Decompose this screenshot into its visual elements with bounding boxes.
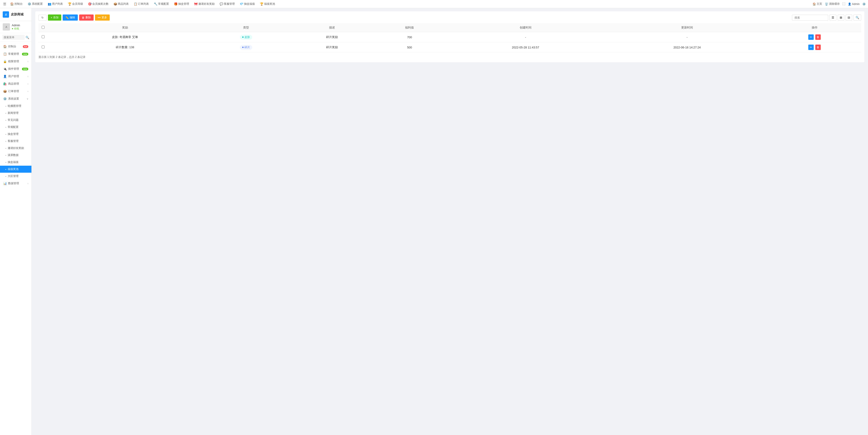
top-nav-right: 🏠 主页 🗑️ 清除缓存 ⛶ 👤 Admin ⚙️ [813,2,866,6]
top-nav: ☰ 🏠 控制台 ⚙️ 系统配置 👥 用户列表 🏆 会员等级 🎯 会员抽奖次数 📦… [0,0,868,8]
table-search-input[interactable] [792,15,828,21]
fullscreen-icon: ⛶ [842,2,845,6]
submenu-banner[interactable]: ▪ 轮播图管理 [0,103,31,110]
products-arrow-icon: › [28,83,28,85]
table-row: 皮肤: 奇遇舞章 艾琳 皮肤 碎片奖励 700 - - ✏ 🗑 [38,32,861,42]
nav-home[interactable]: 🏠 控制台 [8,2,24,6]
nav-member-draw[interactable]: 🎯 会员抽奖次数 [86,2,111,6]
nav-settings[interactable]: ⚙️ [862,2,866,6]
plugin-new-badge: new [22,68,28,70]
sidebar-item-users[interactable]: 👤 用户管理 › [0,72,31,80]
row-value: 700 [374,32,445,42]
nav-clear-cache[interactable]: 🗑️ 清除缓存 [825,2,840,6]
grid-view-button[interactable]: ⊞ [838,14,844,21]
products-icon: 🛍️ [3,82,7,86]
nav-lucky-box[interactable]: 🎁 抽盒管理 [172,2,191,6]
avatar: A [3,23,10,31]
home-link-icon: 🏠 [813,2,816,6]
submenu-scroll-data[interactable]: ▪ 滚屏数据 [0,152,31,158]
search-input[interactable] [2,35,25,40]
sidebar-item-permissions[interactable]: 🔒 权限管理 › [0,58,31,65]
row-updated-at: - [606,32,768,42]
sidebar: 皮 皮肤商城 A Admin ● 在线 🔍 🏠 控制台 hot [0,8,32,435]
row-checkbox[interactable] [38,42,48,53]
submenu-lucky-box[interactable]: ▪ 抽盒管理 [0,130,31,138]
lock-icon: 🔒 [3,60,7,63]
row-edit-button[interactable]: ✏ [808,34,814,40]
delete-button[interactable]: 🗑 删除 [79,14,94,21]
pagination-info: 显示第 1 到第 2 条记录，总共 2 条记录 [38,55,861,59]
sidebar-item-orders[interactable]: 📦 订单管理 › [0,88,31,95]
sidebar-item-system[interactable]: ⚙️ 系统设置 ∨ [0,95,31,103]
submenu-welfare-pool[interactable]: ▪ 福值奖池 [0,166,31,173]
system-icon: ⚙️ [3,97,7,100]
refresh-button[interactable]: ↻ [38,15,46,21]
more-button[interactable]: ••• 更多 [95,14,110,21]
submenu-icon-news: ▪ [5,112,6,115]
nav-orders[interactable]: 📋 订单列表 [132,2,151,6]
select-all-checkbox[interactable] [41,26,44,29]
nav-user-list[interactable]: 👥 用户列表 [46,2,65,6]
select-all-header[interactable] [38,23,48,32]
row-delete-button[interactable]: 🗑 [815,34,821,40]
submenu-customer-service[interactable]: ▪ 客服管理 [0,138,31,145]
sidebar-item-products[interactable]: 🛍️ 商品管理 › [0,80,31,88]
submenu-regular-config[interactable]: ▪ 常规配置 [0,123,31,130]
data-icon: 📊 [3,182,7,185]
submenu-icon-invite: ▪ [5,147,6,150]
wrench-icon: 🔧 [154,2,157,6]
nav-homepage-link[interactable]: 🏠 主页 [813,2,822,6]
submenu-box-value[interactable]: ▪ 抽盒福值 [0,158,31,166]
list-view-button[interactable]: ☰ [830,14,836,21]
sidebar-item-regular-manage[interactable]: 📋 常规管理 new [0,50,31,58]
toolbar-right: ☰ ⊞ ⊟ 🔍 [792,14,861,21]
nav-invite-reward[interactable]: 🎀 邀请好友奖励 [192,2,216,6]
nav-customer-service[interactable]: 💬 客服管理 [218,2,237,6]
nav-regular-config[interactable]: 🔧 常规配置 [152,2,171,6]
users-icon: 👥 [48,2,51,6]
target-icon: 🎯 [88,2,92,6]
sidebar-item-plugins[interactable]: 🔌 插件管理 new [0,65,31,72]
table-row: 碎片数量: 138 碎片 碎片奖励 500 2022-05-28 11:43:5… [38,42,861,53]
row-edit-button[interactable]: ✏ [808,45,814,50]
nav-welfare-pool[interactable]: 🏆 福值奖池 [258,2,277,6]
cache-icon: 🗑️ [825,2,828,6]
column-settings-button[interactable]: ⊟ [846,14,852,21]
system-arrow-icon: ∨ [27,97,28,100]
submenu-icon-banner: ▪ [5,105,6,108]
nav-fullscreen[interactable]: ⛶ [842,2,845,6]
submenu-icon-box: ▪ [5,133,6,136]
nav-user-avatar[interactable]: 👤 Admin [848,2,860,6]
submenu-region[interactable]: ▪ 大区管理 [0,173,31,180]
orders-icon: 📦 [3,90,7,93]
row-created-at: 2022-05-28 11:43:57 [445,42,606,53]
submenu-news[interactable]: ▪ 新闻管理 [0,110,31,117]
col-type: 类型 [203,23,289,32]
submenu-invite[interactable]: ▪ 邀请好友奖励 [0,145,31,152]
edit-button[interactable]: ✏️ 编辑 [63,14,78,21]
row-delete-button[interactable]: 🗑 [815,45,821,50]
list-view-icon: ☰ [832,16,834,19]
add-icon: + [51,16,52,19]
product-icon: 📦 [114,2,117,6]
trash-icon: 🗑 [82,16,85,19]
add-button[interactable]: + 添加 [48,14,61,21]
chat-icon: 💬 [220,2,223,6]
submenu-icon-boxval: ▪ [5,161,6,164]
nav-member-level[interactable]: 🏆 会员等级 [66,2,85,6]
sidebar-item-dashboard[interactable]: 🏠 控制台 hot [0,43,31,50]
row-checkbox[interactable] [38,32,48,42]
user-info: Admin ● 在线 [12,24,20,30]
regular-icon: 📋 [3,52,7,56]
submenu-faq[interactable]: ▪ 常见问题 [0,117,31,123]
col-reward: 奖励 [48,23,203,32]
hot-badge: hot [23,45,28,48]
nav-products[interactable]: 📦 商品列表 [112,2,130,6]
sidebar-item-data-manage[interactable]: 📊 数据管理 › [0,180,31,187]
search-icon-button[interactable]: 🔍 [854,14,861,21]
submenu-icon-faq: ▪ [5,119,6,121]
sidebar-search[interactable]: 🔍 [0,33,31,42]
nav-system-config[interactable]: ⚙️ 系统配置 [26,2,44,6]
hamburger-icon[interactable]: ☰ [2,2,7,6]
nav-box-value[interactable]: 💎 抽盒福值 [238,2,257,6]
